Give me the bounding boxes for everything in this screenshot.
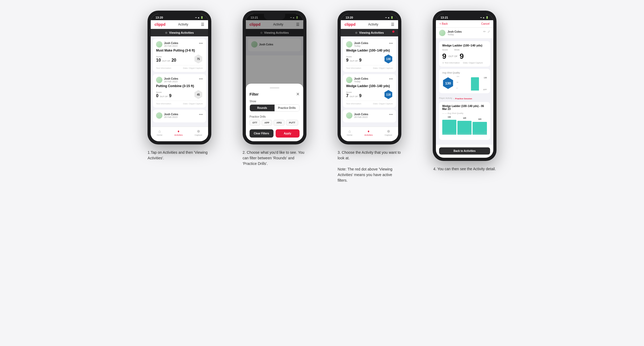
capture-icon-1: ⊕	[197, 129, 200, 133]
cancel-btn-4[interactable]: Cancel	[481, 22, 490, 25]
tag-ott[interactable]: OTT	[250, 120, 260, 126]
sq-hex-3-1: 130	[384, 54, 393, 63]
activity-card-3-3[interactable]: Josh Coles 28 Feb 2023 •••	[343, 110, 396, 122]
sq-hex-large-4: 130	[442, 77, 454, 89]
user-name-1-1: Josh Coles	[164, 42, 178, 45]
user-date-4: Today	[448, 33, 462, 36]
bottom-nav-1: ⌂ Home ♦ Activities ⊕ Capture	[151, 127, 208, 139]
capture-icon-3: ⊕	[387, 129, 390, 133]
bar-label-4-3: 124	[478, 118, 481, 120]
avatar-3-1	[346, 41, 352, 48]
score-val-1-1: 10	[156, 58, 161, 63]
three-dots-1-2[interactable]: •••	[199, 77, 203, 81]
nav-activities-1[interactable]: ♦ Activities	[174, 129, 183, 136]
modal-header: Filter ✕	[250, 92, 300, 97]
back-activities-btn-4[interactable]: Back to Activities	[439, 147, 490, 155]
clippd-logo-1: clippd	[154, 22, 165, 27]
rounds-toggle-btn[interactable]: Rounds	[250, 105, 275, 111]
apply-btn[interactable]: Apply	[276, 129, 300, 138]
menu-icon-1[interactable]: ☰	[201, 22, 204, 27]
activity-card-1-2[interactable]: Josh Coles 28 Feb 2023 ••• Putting Combi…	[153, 74, 206, 108]
score-val-3-1: 9	[346, 58, 348, 63]
user-date-1-2: 28 Feb 2023	[164, 80, 178, 83]
modal-title: Filter	[250, 92, 259, 96]
avatar-4	[439, 30, 445, 36]
activity-card-3-2[interactable]: Josh Coles Today ••• Wedge Ladder (100–1…	[343, 74, 396, 108]
stat-score-1-2: Score 0 OUT OF 9	[156, 91, 171, 98]
viewing-activities-banner-1[interactable]: ⚙ Viewing Activities	[151, 29, 208, 36]
card-header-3-2: Josh Coles Today •••	[346, 77, 393, 83]
data-source-1-1: Data: Clippd Capture	[183, 67, 203, 69]
edit-icon-4[interactable]: ✏	[483, 30, 486, 33]
clear-filters-btn[interactable]: Clear Filters	[250, 129, 273, 138]
shots-big-4: 9	[460, 52, 464, 61]
user-date-3-2: Today	[354, 80, 368, 83]
nav-activities-3[interactable]: ♦ Activities	[364, 129, 373, 136]
user-date-1-3: 28 Feb 2023	[164, 116, 178, 118]
avg-sq-title-4: Avg Shot Quality	[442, 71, 487, 74]
activity-card-1-3[interactable]: Josh Coles 28 Feb 2023 •••	[153, 110, 206, 122]
session-bars-4: 132 129 124	[442, 116, 487, 135]
activities-icon-1: ♦	[178, 129, 179, 133]
phone-4-screen: 13:21 ▪▪ ▲ 🔋 < Back Cancel Josh Coles To…	[436, 14, 493, 158]
caption-1: 1.Tap on Activities and then 'Viewing Ac…	[148, 150, 211, 161]
home-icon-3: ⌂	[348, 129, 351, 133]
step-3-column: 13:20 ▪▪ ▲ 🔋 clippd Activity ☰ ⚙ Viewing…	[326, 11, 413, 183]
active-filter-dot-3	[392, 31, 394, 33]
drill-section-label: Practice Drills	[250, 115, 300, 118]
phone-3: 13:20 ▪▪ ▲ 🔋 clippd Activity ☰ ⚙ Viewing…	[338, 11, 401, 144]
card-footer-3-1: Test Information Data: Clippd Capture	[346, 65, 393, 69]
step-1-column: 13:20 ▪▪ ▲ 🔋 clippd Activity ☰ ⚙ Viewing…	[136, 11, 223, 161]
nav-home-1[interactable]: ⌂ Home	[157, 129, 162, 136]
data-source-1-2: Data: Clippd Capture	[183, 102, 203, 105]
info-3-2: Test Information	[346, 102, 361, 105]
practice-drills-toggle-btn[interactable]: Practice Drills	[275, 105, 299, 111]
three-dots-1-1[interactable]: •••	[199, 41, 203, 45]
activities-icon-3: ♦	[368, 129, 369, 133]
detail-content-4: Wedge Ladder (100–140 yds) Score Shots 9…	[436, 39, 493, 145]
tag-arg[interactable]: ARG	[273, 120, 285, 126]
back-btn-4[interactable]: < Back	[440, 22, 448, 25]
drill-name-1-2: Putting Combine (3-15 ft)	[156, 84, 203, 88]
viewing-activities-banner-3[interactable]: ⚙ Viewing Activities	[341, 29, 398, 36]
activity-card-1-1[interactable]: Josh Coles 28 Feb 2023 ••• Must Make Put…	[153, 39, 206, 72]
nav-home-3[interactable]: ⌂ Home	[347, 129, 352, 136]
tag-putt[interactable]: PUTT	[286, 120, 298, 126]
drill-name-3-2: Wedge Ladder (100–140 yds)	[346, 84, 393, 88]
chart-val-label-4: 130	[484, 77, 487, 79]
activity-title-3: Activity	[368, 23, 378, 26]
menu-icon-3[interactable]: ☰	[391, 22, 394, 27]
tag-app[interactable]: APP	[262, 120, 272, 126]
info-3-1: Test Information	[346, 67, 361, 69]
close-modal-btn[interactable]: ✕	[296, 92, 300, 97]
phone-4-notch	[454, 14, 475, 20]
info-1-1: Test Information	[156, 67, 171, 69]
status-time-4: 13:21	[441, 16, 448, 19]
three-dots-3-3[interactable]: •••	[389, 112, 393, 117]
card-header-1-2: Josh Coles 28 Feb 2023 •••	[156, 77, 203, 83]
score-label-1-1: Score	[156, 55, 176, 58]
sq-hex-3-2: 118	[384, 90, 393, 99]
user-name-1-2: Josh Coles	[164, 77, 178, 80]
avg-sq-content-4: 130 130 100500 APP	[442, 76, 487, 91]
modal-actions: Clear Filters Apply	[250, 129, 300, 138]
player-activity-row-4: Player Activity › Practice Session	[439, 95, 490, 102]
phone-3-notch	[359, 14, 380, 20]
nav-capture-1[interactable]: ⊕ Capture	[195, 129, 202, 136]
player-activity-link-4[interactable]: Practice Session	[455, 97, 472, 100]
filter-icon-1: ⚙	[165, 31, 167, 34]
three-dots-1-3[interactable]: •••	[199, 112, 203, 117]
three-dots-3-2[interactable]: •••	[389, 77, 393, 81]
expand-icon-4[interactable]: ⤢	[487, 30, 490, 33]
y-axis-4: 100500	[457, 76, 459, 89]
avg-sq-section-4: Avg Shot Quality 130 130 100500 APP	[439, 69, 490, 93]
nav-capture-3[interactable]: ⊕ Capture	[385, 129, 392, 136]
activity-card-3-1[interactable]: Josh Coles Today ••• Wedge Ladder (100–1…	[343, 39, 396, 72]
nav-home-label-1: Home	[157, 134, 162, 136]
three-dots-3-1[interactable]: •••	[389, 41, 393, 45]
dashed-val-4: 124	[484, 131, 487, 133]
modal-handle	[270, 87, 279, 88]
stat-score-1-1: Score 10 OUT OF 20	[156, 55, 176, 63]
user-name-3-2: Josh Coles	[354, 77, 368, 80]
bar-label-4-1: 132	[448, 116, 451, 118]
